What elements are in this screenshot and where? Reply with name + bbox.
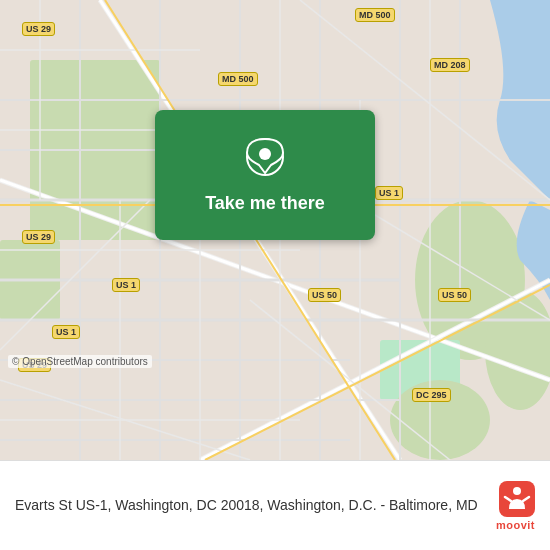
road-label-us1-bottom: US 1 xyxy=(52,325,80,339)
location-pin-icon xyxy=(245,137,285,185)
road-label-md500-top: MD 500 xyxy=(355,8,395,22)
road-label-us1-mid: US 1 xyxy=(375,186,403,200)
moovit-app-icon xyxy=(499,481,535,517)
road-label-us50-right: US 50 xyxy=(438,288,471,302)
road-label-us50-mid: US 50 xyxy=(308,288,341,302)
moovit-logo: moovit xyxy=(496,481,535,531)
moovit-brand-text: moovit xyxy=(496,519,535,531)
svg-point-49 xyxy=(513,487,521,495)
cta-button[interactable]: Take me there xyxy=(155,110,375,240)
svg-point-47 xyxy=(259,148,271,160)
cta-label: Take me there xyxy=(205,193,325,214)
road-label-md208: MD 208 xyxy=(430,58,470,72)
location-address: Evarts St US-1, Washington, DC 20018, Wa… xyxy=(15,496,486,516)
road-label-dc295: DC 295 xyxy=(412,388,451,402)
road-label-us1-lower: US 1 xyxy=(112,278,140,292)
map-container: US 29 US 29 US 29 MD 500 MD 500 MD 208 U… xyxy=(0,0,550,460)
info-bar: Evarts St US-1, Washington, DC 20018, Wa… xyxy=(0,460,550,550)
osm-attribution: © OpenStreetMap contributors xyxy=(8,355,152,368)
road-label-us29-mid: US 29 xyxy=(22,230,55,244)
road-label-us29-top: US 29 xyxy=(22,22,55,36)
road-label-md500-mid: MD 500 xyxy=(218,72,258,86)
